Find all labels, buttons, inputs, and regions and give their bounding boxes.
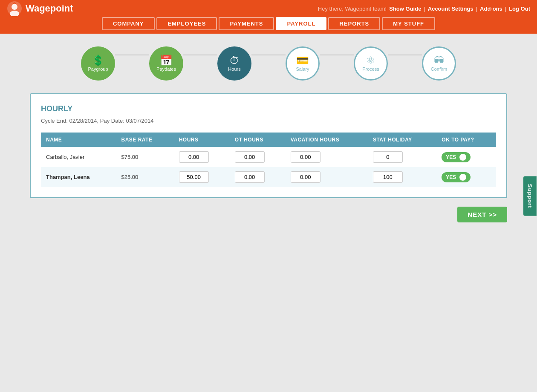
toggle-dot-1 <box>459 154 466 161</box>
vacation-hours-cell-2 <box>286 167 368 187</box>
connector-1 <box>115 55 149 55</box>
stat-holiday-cell-2 <box>368 167 436 187</box>
table-row: Thampan, Leena $25.00 <box>41 167 496 187</box>
payroll-table: NAME BASE RATE HOURS OT HOURS VACATION H… <box>41 133 496 187</box>
paydates-icon: 📅 <box>160 55 173 66</box>
confirm-icon: 🕶 <box>434 55 444 66</box>
nav-reports[interactable]: REPORTS <box>328 17 380 30</box>
process-icon: ⚛ <box>366 55 375 66</box>
ot-hours-cell-1 <box>230 147 286 167</box>
step-salary-circle: 💳 Salary <box>286 46 320 81</box>
connector-5 <box>388 55 422 55</box>
ok-to-pay-label-1: YES <box>446 154 456 160</box>
next-button[interactable]: NEXT >> <box>457 207 507 222</box>
table-row: Carballo, Javier $75.00 <box>41 147 496 167</box>
table-header-row: NAME BASE RATE HOURS OT HOURS VACATION H… <box>41 133 496 147</box>
next-btn-wrapper: NEXT >> <box>17 207 507 222</box>
account-settings-link[interactable]: Account Settings <box>428 6 473 12</box>
step-confirm[interactable]: 🕶 Confirm <box>422 46 456 81</box>
nav-employees[interactable]: EMPLOYEES <box>156 17 217 30</box>
base-rate-2: $25.00 <box>116 167 173 187</box>
ok-to-pay-toggle-1[interactable]: YES <box>442 152 471 162</box>
step-paygroup-label: Paygroup <box>88 66 108 72</box>
hours-cell-1 <box>174 147 230 167</box>
step-confirm-label: Confirm <box>431 66 448 72</box>
hours-input-1[interactable] <box>179 151 209 163</box>
header-right: Hey there, Wagepoint team! Show Guide | … <box>318 6 530 12</box>
ot-hours-input-2[interactable] <box>235 171 265 183</box>
connector-2 <box>183 55 217 55</box>
step-confirm-circle: 🕶 Confirm <box>422 46 456 81</box>
hours-cell-2 <box>174 167 230 187</box>
employee-name-2: Thampan, Leena <box>41 167 116 187</box>
greeting: Hey there, Wagepoint team! <box>318 6 387 12</box>
card-title: HOURLY <box>41 104 496 113</box>
col-vacation-hours: VACATION HOURS <box>286 133 368 147</box>
employee-name-1: Carballo, Javier <box>41 147 116 167</box>
step-process-circle: ⚛ Process <box>354 46 388 81</box>
nav-payroll[interactable]: PAYROLL <box>276 17 326 30</box>
logo-icon <box>7 1 22 16</box>
base-rate-1: $75.00 <box>116 147 173 167</box>
payroll-card: HOURLY Cycle End: 02/28/2014, Pay Date: … <box>30 93 507 198</box>
hours-input-2[interactable] <box>179 171 209 183</box>
ok-to-pay-cell-2: YES <box>436 167 496 187</box>
col-ok-to-pay: OK TO PAY? <box>436 133 496 147</box>
ot-hours-cell-2 <box>230 167 286 187</box>
col-hours: HOURS <box>174 133 230 147</box>
ot-hours-input-1[interactable] <box>235 151 265 163</box>
header: Wagepoint Hey there, Wagepoint team! Sho… <box>0 0 537 17</box>
step-salary[interactable]: 💳 Salary <box>286 46 320 81</box>
step-salary-label: Salary <box>296 66 309 72</box>
connector-4 <box>320 55 354 55</box>
step-paydates-label: Paydates <box>156 66 176 72</box>
stat-holiday-input-2[interactable] <box>373 171 403 183</box>
step-hours-label: Hours <box>228 66 240 72</box>
ok-to-pay-toggle-2[interactable]: YES <box>442 172 471 182</box>
add-ons-link[interactable]: Add-ons <box>480 6 502 12</box>
col-ot-hours: OT HOURS <box>230 133 286 147</box>
step-hours-circle: ⏱ Hours <box>217 46 251 81</box>
log-out-link[interactable]: Log Out <box>509 6 530 12</box>
support-tab[interactable]: Support <box>523 176 537 216</box>
nav-mystuff[interactable]: MY STUFF <box>382 17 435 30</box>
connector-3 <box>251 55 286 55</box>
show-guide-link[interactable]: Show Guide <box>389 6 421 12</box>
hours-icon: ⏱ <box>229 55 240 66</box>
ok-to-pay-label-2: YES <box>446 174 456 180</box>
step-process[interactable]: ⚛ Process <box>354 46 388 81</box>
stat-holiday-input-1[interactable] <box>373 151 403 163</box>
stepper: 💲 Paygroup 📅 Paydates ⏱ Hours 💳 Salary <box>17 46 520 81</box>
paygroup-icon: 💲 <box>92 55 104 66</box>
nav-payments[interactable]: PAYMENTS <box>219 17 274 30</box>
col-base-rate: BASE RATE <box>116 133 173 147</box>
step-paydates[interactable]: 📅 Paydates <box>149 46 183 81</box>
vacation-hours-input-1[interactable] <box>291 151 320 163</box>
svg-point-1 <box>12 4 17 10</box>
vacation-hours-cell-1 <box>286 147 368 167</box>
col-stat-holiday: STAT HOLIDAY <box>368 133 436 147</box>
salary-icon: 💳 <box>296 55 309 66</box>
main-content: 💲 Paygroup 📅 Paydates ⏱ Hours 💳 Salary <box>0 34 537 231</box>
toggle-dot-2 <box>459 174 466 181</box>
ok-to-pay-cell-1: YES <box>436 147 496 167</box>
step-paydates-circle: 📅 Paydates <box>149 46 183 81</box>
stat-holiday-cell-1 <box>368 147 436 167</box>
step-paygroup-circle: 💲 Paygroup <box>81 46 115 81</box>
logo-text: Wagepoint <box>26 3 73 14</box>
logo: Wagepoint <box>7 1 73 16</box>
col-name: NAME <box>41 133 116 147</box>
step-hours[interactable]: ⏱ Hours <box>217 46 251 81</box>
card-subtitle: Cycle End: 02/28/2014, Pay Date: 03/07/2… <box>41 118 496 124</box>
step-process-label: Process <box>362 66 379 72</box>
step-paygroup[interactable]: 💲 Paygroup <box>81 46 115 81</box>
main-nav: COMPANY EMPLOYEES PAYMENTS PAYROLL REPOR… <box>0 17 537 34</box>
nav-company[interactable]: COMPANY <box>102 17 155 30</box>
vacation-hours-input-2[interactable] <box>291 171 320 183</box>
